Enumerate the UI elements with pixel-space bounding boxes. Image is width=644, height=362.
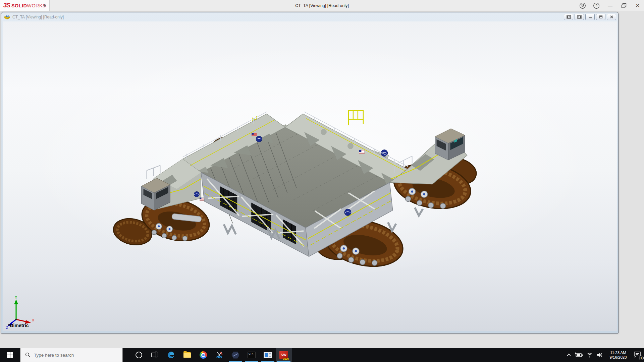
svg-text:Y: Y — [15, 295, 17, 299]
restore-icon — [621, 3, 627, 8]
battery-icon[interactable] — [575, 352, 583, 358]
tray-clock[interactable]: 11:23 AM 9/16/2020 — [606, 350, 630, 360]
solidworks-menu-flyout[interactable]: 3S SOLIDWORKS — [0, 0, 50, 11]
solidworks-2020-icon: SW 2020 — [279, 351, 288, 359]
taskbar-icon-chrome[interactable] — [195, 348, 211, 362]
app-titlebar: 3S SOLIDWORKS CT_TA [Viewing] [Read-only… — [0, 0, 644, 11]
document-titlebar[interactable]: CT_TA [Viewing] [Read-only] — [1, 12, 618, 21]
window-title: CT_TA [Viewing] [Read-only] — [0, 0, 644, 11]
restore-button[interactable] — [620, 2, 628, 9]
doc-restore-icon — [599, 15, 603, 19]
action-center-button[interactable]: 1 — [633, 351, 642, 359]
task-view-icon — [151, 352, 159, 358]
doc-minimize-button[interactable] — [585, 14, 595, 20]
windows-taskbar: C:\ SW 2020 — [0, 348, 644, 362]
chrome-icon — [200, 351, 207, 359]
dock-pane-left-button[interactable] — [564, 14, 573, 20]
taskbar-icon-solidworks[interactable]: SW 2020 — [276, 348, 292, 362]
doc-minimize-icon — [588, 15, 592, 19]
taskbar-icon-command-prompt[interactable]: C:\ — [244, 348, 260, 362]
minimize-button[interactable]: — — [606, 2, 614, 9]
dock-right-icon — [577, 15, 582, 19]
brand-solid-text: SOLID — [11, 3, 27, 8]
hexagon-app-icon — [231, 352, 239, 359]
doc-close-icon — [609, 15, 614, 19]
taskbar-icon-file-explorer[interactable] — [179, 348, 195, 362]
help-icon: ? — [593, 2, 600, 9]
dock-pane-right-button[interactable] — [575, 14, 584, 20]
sw-icon-year: 2020 — [283, 357, 289, 360]
dock-left-icon — [567, 15, 571, 19]
doc-restore-button[interactable] — [596, 14, 605, 20]
svg-text:?: ? — [595, 4, 597, 8]
tray-time: 11:23 AM — [606, 350, 630, 355]
document-title: CT_TA [Viewing] [Read-only] — [12, 15, 64, 19]
close-icon: ✕ — [635, 3, 640, 8]
taskbar-icon-task-view[interactable] — [147, 348, 163, 362]
taskbar-icon-edge[interactable] — [163, 348, 179, 362]
minimize-icon: — — [608, 3, 612, 8]
snipping-tool-icon — [216, 351, 223, 359]
search-icon — [25, 352, 31, 358]
notification-badge: 1 — [639, 356, 644, 360]
command-prompt-icon: C:\ — [248, 352, 256, 358]
sw-icon-label: SW — [281, 353, 287, 357]
tray-chevron-icon[interactable] — [566, 353, 572, 357]
close-button[interactable]: ✕ — [634, 2, 641, 9]
taskbar-icon-snipping-tool[interactable] — [211, 348, 227, 362]
volume-icon[interactable] — [596, 352, 603, 358]
cmd-prompt-text: C:\ — [249, 352, 253, 355]
account-button[interactable] — [579, 2, 586, 9]
svg-text:X: X — [32, 318, 35, 322]
tray-date: 9/16/2020 — [606, 355, 630, 360]
graphics-viewport[interactable]: Y X Z *Dimetric — [3, 21, 617, 331]
brand-works-text: WORKS — [27, 3, 46, 8]
start-button[interactable] — [0, 348, 20, 362]
file-explorer-icon — [183, 352, 191, 358]
help-button[interactable]: ? — [593, 2, 600, 9]
doc-close-button[interactable] — [607, 14, 616, 20]
taskbar-icon-hexagon-app[interactable] — [227, 348, 244, 362]
menu-flyout-arrow-icon[interactable] — [44, 4, 46, 7]
search-input[interactable] — [34, 353, 118, 358]
dassault-3ds-logo-icon: 3S — [3, 2, 10, 9]
edge-icon — [167, 351, 175, 359]
assembly-document-icon — [4, 14, 10, 20]
crawler-transporter-model[interactable] — [3, 21, 617, 331]
y-axis-arrow-icon — [14, 299, 18, 304]
blue-window-app-icon — [264, 352, 272, 358]
taskbar-icon-cortana[interactable] — [131, 348, 147, 362]
cortana-icon — [136, 352, 142, 358]
taskbar-icon-blue-window-app[interactable] — [260, 348, 276, 362]
windows-logo-icon — [7, 352, 13, 358]
view-orientation-label: *Dimetric — [8, 323, 29, 328]
taskbar-search[interactable] — [20, 348, 123, 362]
mdi-background: CT_TA [Viewing] [Read-only] — [0, 11, 644, 348]
wifi-icon[interactable] — [586, 352, 593, 358]
document-window[interactable]: CT_TA [Viewing] [Read-only] — [1, 12, 619, 334]
user-account-icon — [579, 2, 586, 9]
